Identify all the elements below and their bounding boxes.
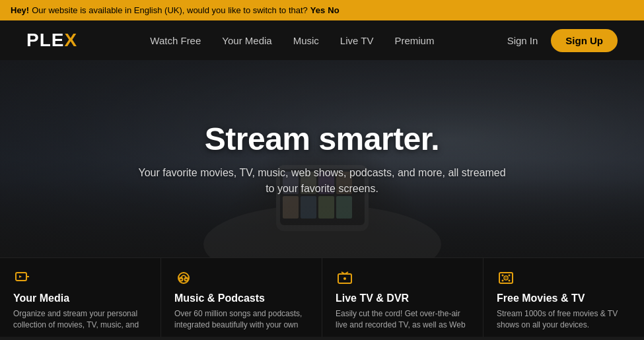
live-tv-icon [336, 270, 354, 286]
nav-actions: Sign In Sign Up [507, 29, 618, 52]
sign-in-link[interactable]: Sign In [507, 35, 538, 46]
svg-point-21 [343, 277, 346, 280]
free-movies-icon [497, 270, 515, 286]
hero-content: Stream smarter. Your favorite movies, TV… [137, 121, 507, 197]
announcement-hey: Hey! [11, 5, 29, 15]
feature-your-media: Your Media Organize and stream your pers… [0, 258, 161, 337]
hero-title: Stream smarter. [137, 121, 507, 157]
svg-point-26 [509, 280, 511, 282]
music-podcasts-desc: Over 60 million songs and podcasts, inte… [174, 308, 308, 331]
announcement-bar: Hey! Our website is available in English… [0, 0, 644, 20]
free-movies-desc: Stream 1000s of free movies & TV shows o… [497, 308, 631, 331]
live-tv-desc: Easily cut the cord! Get over-the-air li… [336, 308, 470, 331]
hero-subtitle: Your favorite movies, TV, music, web sho… [137, 165, 507, 197]
your-media-icon [13, 270, 32, 286]
your-media-title: Your Media [13, 292, 147, 304]
navbar: PLEX Watch Free Your Media Music Live TV… [0, 20, 644, 60]
hero-section: Stream smarter. Your favorite movies, TV… [0, 60, 644, 257]
svg-point-28 [505, 277, 507, 279]
music-podcasts-icon [174, 270, 193, 286]
logo-x: X [64, 30, 77, 51]
announcement-no[interactable]: No [328, 5, 339, 15]
sign-up-button[interactable]: Sign Up [551, 29, 618, 52]
svg-rect-7 [283, 196, 299, 219]
nav-live-tv[interactable]: Live TV [340, 35, 374, 46]
announcement-yes[interactable]: Yes [310, 5, 325, 15]
svg-point-24 [509, 275, 511, 277]
feature-free-movies: Free Movies & TV Stream 1000s of free mo… [483, 258, 644, 337]
your-media-desc: Organize and stream your personal collec… [13, 308, 147, 331]
svg-rect-9 [318, 196, 334, 219]
live-tv-title: Live TV & DVR [336, 292, 470, 304]
free-movies-title: Free Movies & TV [497, 292, 631, 304]
music-podcasts-title: Music & Podcasts [174, 292, 308, 304]
nav-watch-free[interactable]: Watch Free [150, 35, 201, 46]
svg-marker-12 [19, 275, 22, 278]
nav-your-media[interactable]: Your Media [222, 35, 271, 46]
feature-music-podcasts: Music & Podcasts Over 60 million songs a… [161, 258, 322, 337]
feature-live-tv: Live TV & DVR Easily cut the cord! Get o… [322, 258, 483, 337]
svg-rect-10 [336, 196, 352, 219]
svg-rect-8 [301, 196, 316, 219]
logo[interactable]: PLEX [26, 30, 77, 51]
logo-text: PLE [26, 30, 64, 51]
svg-point-23 [502, 275, 504, 277]
nav-music[interactable]: Music [293, 35, 319, 46]
svg-point-25 [502, 280, 504, 282]
announcement-message: Our website is available in English (UK)… [32, 5, 308, 15]
nav-premium[interactable]: Premium [394, 35, 434, 46]
nav-links: Watch Free Your Media Music Live TV Prem… [150, 35, 434, 46]
features-section: Your Media Organize and stream your pers… [0, 257, 644, 337]
